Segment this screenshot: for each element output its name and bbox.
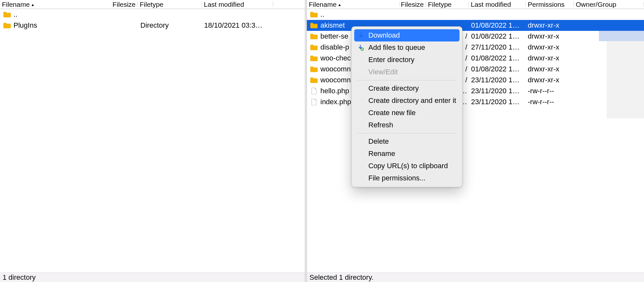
menu-refresh[interactable]: Refresh (352, 119, 462, 131)
menu-copy-urls[interactable]: Copy URL(s) to clipboard (352, 160, 462, 172)
table-row[interactable]: .. (0, 9, 305, 20)
local-status: 1 directory (0, 272, 305, 282)
cell-lastmod: 18/10/2021 03:3… (202, 21, 273, 30)
file-name: woocomn (320, 65, 351, 73)
table-row[interactable]: .. (307, 9, 644, 20)
col-owner[interactable]: Owner/Group (574, 0, 644, 9)
file-icon (310, 87, 318, 95)
col-filetype[interactable]: Filetype (426, 0, 469, 9)
folder-icon (310, 22, 318, 29)
cell-permissions: -rw-r--r-- (526, 98, 573, 106)
menu-create-new-file[interactable]: Create new file (352, 107, 462, 119)
status-bar: 1 directory Selected 1 directory. (0, 272, 644, 282)
col-lastmod[interactable]: Last modified (469, 0, 526, 9)
folder-icon (310, 77, 318, 84)
file-name: .. (320, 10, 324, 19)
col-filesize[interactable]: Filesize (400, 0, 426, 9)
menu-create-directory[interactable]: Create directory (352, 82, 462, 95)
local-header: Filename ▴ Filesize Filetype Last modifi… (0, 0, 305, 9)
file-name: better-se (320, 32, 348, 41)
menu-add-to-queue[interactable]: Add files to queue (352, 41, 462, 54)
folder-icon (310, 66, 318, 73)
remote-header: Filename ▴ Filesize Filetype Last modifi… (307, 0, 644, 9)
col-filetype[interactable]: Filetype (138, 0, 202, 9)
col-filename-label: Filename (2, 1, 30, 8)
folder-icon (310, 55, 318, 62)
cell-filename: PlugIns (1, 21, 113, 30)
menu-delete[interactable]: Delete (352, 135, 462, 148)
file-name: woocomn (320, 76, 351, 84)
cell-permissions: drwxr-xr-x (526, 76, 573, 84)
menu-enter-directory[interactable]: Enter directory (352, 54, 462, 66)
add-to-queue-icon (357, 44, 365, 51)
file-name: akismet (320, 21, 345, 30)
sort-asc-icon: ▴ (32, 2, 34, 7)
cell-filetype: Directory (138, 21, 202, 30)
local-file-list[interactable]: ..PlugInsDirectory18/10/2021 03:3… (0, 9, 305, 272)
file-icon (310, 98, 318, 105)
cell-lastmod: 23/11/2020 1… (469, 98, 526, 106)
col-permissions[interactable]: Permissions (526, 0, 573, 9)
cell-permissions: drwxr-xr-x (526, 21, 573, 30)
col-filename[interactable]: Filename ▴ (307, 0, 400, 9)
cell-permissions: drwxr-xr-x (526, 32, 573, 41)
folder-icon (310, 44, 318, 51)
file-name: woo-chec (320, 54, 351, 62)
cell-permissions: drwxr-xr-x (526, 54, 573, 62)
menu-view-edit: View/Edit (352, 66, 462, 78)
cell-lastmod: 01/08/2022 1… (469, 32, 526, 41)
cell-lastmod: 01/08/2022 1… (469, 65, 526, 73)
col-filesize[interactable]: Filesize (112, 0, 137, 9)
col-lastmod[interactable]: Last modified (202, 0, 273, 9)
folder-icon (310, 33, 318, 40)
remote-status: Selected 1 directory. (307, 272, 644, 282)
context-menu: Download Add files to queue Enter direct… (351, 26, 462, 187)
cell-lastmod: 01/08/2022 1… (469, 21, 526, 30)
menu-rename[interactable]: Rename (352, 148, 462, 160)
cell-permissions: drwxr-xr-x (526, 43, 573, 51)
menu-download[interactable]: Download (354, 29, 459, 41)
cell-permissions: drwxr-xr-x (526, 65, 573, 73)
file-name: .. (14, 10, 17, 19)
folder-icon (310, 11, 318, 18)
local-pane: Filename ▴ Filesize Filetype Last modifi… (0, 0, 305, 272)
file-name: PlugIns (14, 21, 37, 30)
cell-lastmod: 01/08/2022 1… (469, 54, 526, 62)
cell-lastmod: 23/11/2020 1… (469, 87, 526, 95)
table-row[interactable]: PlugInsDirectory18/10/2021 03:3… (0, 20, 305, 31)
menu-separator (357, 80, 456, 80)
col-filename-label: Filename (309, 1, 336, 8)
folder-icon (3, 22, 11, 29)
menu-create-directory-enter[interactable]: Create directory and enter it (352, 95, 462, 107)
file-name: hello.php (320, 87, 349, 95)
folder-icon (3, 11, 11, 18)
file-name: index.php (320, 98, 351, 106)
cell-filename: .. (1, 10, 113, 19)
download-icon (357, 32, 365, 39)
menu-separator (357, 133, 456, 133)
cell-filename: .. (308, 10, 401, 19)
cell-lastmod: 23/11/2020 1… (469, 76, 526, 84)
cell-lastmod: 27/11/2020 1… (469, 43, 526, 51)
col-filename[interactable]: Filename ▴ (0, 0, 112, 9)
cell-permissions: -rw-r--r-- (526, 87, 573, 95)
sort-asc-icon: ▴ (338, 2, 341, 7)
menu-file-permissions[interactable]: File permissions... (352, 172, 462, 184)
file-name: disable-p (320, 43, 349, 51)
